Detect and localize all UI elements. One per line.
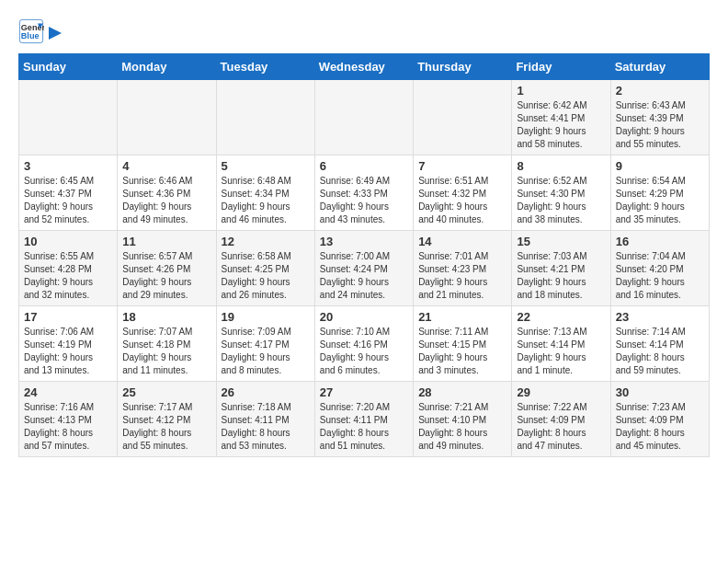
day-info: Sunrise: 7:01 AM Sunset: 4:23 PM Dayligh… — [418, 250, 506, 302]
day-number: 18 — [122, 310, 210, 324]
day-info: Sunrise: 7:22 AM Sunset: 4:09 PM Dayligh… — [517, 401, 605, 453]
day-number: 19 — [222, 310, 310, 324]
weekday-header-friday: Friday — [512, 54, 610, 80]
day-cell: 10Sunrise: 6:55 AM Sunset: 4:28 PM Dayli… — [19, 231, 118, 306]
day-cell: 20Sunrise: 7:10 AM Sunset: 4:16 PM Dayli… — [314, 306, 413, 382]
day-info: Sunrise: 6:52 AM Sunset: 4:30 PM Dayligh… — [517, 175, 605, 226]
day-cell: 12Sunrise: 6:58 AM Sunset: 4:25 PM Dayli… — [216, 231, 314, 306]
day-info: Sunrise: 6:55 AM Sunset: 4:28 PM Dayligh… — [24, 250, 112, 302]
day-cell: 11Sunrise: 6:57 AM Sunset: 4:26 PM Dayli… — [118, 231, 216, 306]
page: General Blue SundayMondayTuesdayWed — [0, 0, 728, 476]
day-number: 20 — [320, 310, 408, 324]
day-cell: 2Sunrise: 6:43 AM Sunset: 4:39 PM Daylig… — [610, 80, 709, 155]
day-info: Sunrise: 7:16 AM Sunset: 4:13 PM Dayligh… — [24, 401, 112, 453]
day-cell — [314, 80, 413, 155]
day-number: 4 — [122, 159, 210, 173]
day-number: 12 — [222, 235, 310, 248]
day-number: 26 — [222, 385, 310, 399]
day-number: 22 — [517, 310, 605, 324]
day-info: Sunrise: 7:14 AM Sunset: 4:14 PM Dayligh… — [616, 326, 704, 377]
day-cell: 4Sunrise: 6:46 AM Sunset: 4:36 PM Daylig… — [118, 155, 216, 231]
day-info: Sunrise: 7:20 AM Sunset: 4:11 PM Dayligh… — [320, 401, 408, 453]
logo-triangle-icon — [47, 25, 63, 41]
day-number: 1 — [517, 84, 605, 98]
day-info: Sunrise: 6:42 AM Sunset: 4:41 PM Dayligh… — [517, 99, 605, 151]
day-cell: 30Sunrise: 7:23 AM Sunset: 4:09 PM Dayli… — [610, 382, 709, 457]
day-number: 17 — [24, 310, 112, 324]
day-cell — [216, 80, 314, 155]
day-info: Sunrise: 7:23 AM Sunset: 4:09 PM Dayligh… — [616, 401, 704, 453]
day-number: 6 — [320, 159, 408, 173]
week-row-2: 3Sunrise: 6:45 AM Sunset: 4:37 PM Daylig… — [19, 155, 710, 231]
day-cell: 22Sunrise: 7:13 AM Sunset: 4:14 PM Dayli… — [512, 306, 610, 382]
weekday-header-saturday: Saturday — [610, 54, 709, 80]
day-number: 10 — [24, 235, 112, 248]
day-info: Sunrise: 7:18 AM Sunset: 4:11 PM Dayligh… — [222, 401, 310, 453]
day-cell: 13Sunrise: 7:00 AM Sunset: 4:24 PM Dayli… — [314, 231, 413, 306]
weekday-header-thursday: Thursday — [414, 54, 512, 80]
day-info: Sunrise: 7:13 AM Sunset: 4:14 PM Dayligh… — [517, 326, 605, 377]
day-number: 13 — [320, 235, 408, 248]
day-cell: 27Sunrise: 7:20 AM Sunset: 4:11 PM Dayli… — [314, 382, 413, 457]
day-cell: 17Sunrise: 7:06 AM Sunset: 4:19 PM Dayli… — [19, 306, 118, 382]
day-number: 16 — [616, 235, 704, 248]
day-cell: 14Sunrise: 7:01 AM Sunset: 4:23 PM Dayli… — [414, 231, 512, 306]
svg-text:Blue: Blue — [21, 31, 40, 40]
day-cell: 15Sunrise: 7:03 AM Sunset: 4:21 PM Dayli… — [512, 231, 610, 306]
day-info: Sunrise: 7:03 AM Sunset: 4:21 PM Dayligh… — [517, 250, 605, 302]
day-number: 3 — [24, 159, 112, 173]
logo-icon: General Blue — [18, 18, 44, 44]
weekday-header-sunday: Sunday — [19, 54, 118, 80]
day-number: 5 — [222, 159, 310, 173]
day-number: 15 — [517, 235, 605, 248]
week-row-1: 1Sunrise: 6:42 AM Sunset: 4:41 PM Daylig… — [19, 80, 710, 155]
day-cell: 25Sunrise: 7:17 AM Sunset: 4:12 PM Dayli… — [118, 382, 216, 457]
logo: General Blue — [18, 18, 63, 44]
day-info: Sunrise: 7:17 AM Sunset: 4:12 PM Dayligh… — [122, 401, 210, 453]
day-info: Sunrise: 6:43 AM Sunset: 4:39 PM Dayligh… — [616, 99, 704, 151]
day-info: Sunrise: 6:54 AM Sunset: 4:29 PM Dayligh… — [616, 175, 704, 226]
day-number: 7 — [418, 159, 506, 173]
day-cell: 3Sunrise: 6:45 AM Sunset: 4:37 PM Daylig… — [19, 155, 118, 231]
day-info: Sunrise: 7:00 AM Sunset: 4:24 PM Dayligh… — [320, 250, 408, 302]
day-cell — [19, 80, 118, 155]
week-row-4: 17Sunrise: 7:06 AM Sunset: 4:19 PM Dayli… — [19, 306, 710, 382]
weekday-header-tuesday: Tuesday — [216, 54, 314, 80]
day-number: 23 — [616, 310, 704, 324]
day-info: Sunrise: 7:09 AM Sunset: 4:17 PM Dayligh… — [222, 326, 310, 377]
day-number: 29 — [517, 385, 605, 399]
svg-marker-4 — [49, 27, 62, 40]
day-info: Sunrise: 6:51 AM Sunset: 4:32 PM Dayligh… — [418, 175, 506, 226]
day-cell: 24Sunrise: 7:16 AM Sunset: 4:13 PM Dayli… — [19, 382, 118, 457]
day-number: 9 — [616, 159, 704, 173]
day-cell: 9Sunrise: 6:54 AM Sunset: 4:29 PM Daylig… — [610, 155, 709, 231]
day-info: Sunrise: 6:46 AM Sunset: 4:36 PM Dayligh… — [122, 175, 210, 226]
day-number: 2 — [616, 84, 704, 98]
day-info: Sunrise: 7:04 AM Sunset: 4:20 PM Dayligh… — [616, 250, 704, 302]
week-row-3: 10Sunrise: 6:55 AM Sunset: 4:28 PM Dayli… — [19, 231, 710, 306]
day-info: Sunrise: 7:06 AM Sunset: 4:19 PM Dayligh… — [24, 326, 112, 377]
day-cell: 23Sunrise: 7:14 AM Sunset: 4:14 PM Dayli… — [610, 306, 709, 382]
week-row-5: 24Sunrise: 7:16 AM Sunset: 4:13 PM Dayli… — [19, 382, 710, 457]
day-cell: 1Sunrise: 6:42 AM Sunset: 4:41 PM Daylig… — [512, 80, 610, 155]
weekday-header-wednesday: Wednesday — [314, 54, 413, 80]
day-cell: 16Sunrise: 7:04 AM Sunset: 4:20 PM Dayli… — [610, 231, 709, 306]
day-cell: 6Sunrise: 6:49 AM Sunset: 4:33 PM Daylig… — [314, 155, 413, 231]
day-info: Sunrise: 6:58 AM Sunset: 4:25 PM Dayligh… — [222, 250, 310, 302]
weekday-header-row: SundayMondayTuesdayWednesdayThursdayFrid… — [19, 54, 710, 80]
day-cell: 26Sunrise: 7:18 AM Sunset: 4:11 PM Dayli… — [216, 382, 314, 457]
day-cell: 29Sunrise: 7:22 AM Sunset: 4:09 PM Dayli… — [512, 382, 610, 457]
day-cell: 7Sunrise: 6:51 AM Sunset: 4:32 PM Daylig… — [414, 155, 512, 231]
day-info: Sunrise: 6:48 AM Sunset: 4:34 PM Dayligh… — [222, 175, 310, 226]
day-number: 14 — [418, 235, 506, 248]
day-number: 8 — [517, 159, 605, 173]
day-cell: 21Sunrise: 7:11 AM Sunset: 4:15 PM Dayli… — [414, 306, 512, 382]
day-cell: 18Sunrise: 7:07 AM Sunset: 4:18 PM Dayli… — [118, 306, 216, 382]
day-number: 25 — [122, 385, 210, 399]
day-cell — [414, 80, 512, 155]
calendar-table: SundayMondayTuesdayWednesdayThursdayFrid… — [18, 53, 710, 457]
day-info: Sunrise: 6:57 AM Sunset: 4:26 PM Dayligh… — [122, 250, 210, 302]
day-info: Sunrise: 6:49 AM Sunset: 4:33 PM Dayligh… — [320, 175, 408, 226]
day-cell: 28Sunrise: 7:21 AM Sunset: 4:10 PM Dayli… — [414, 382, 512, 457]
day-info: Sunrise: 7:07 AM Sunset: 4:18 PM Dayligh… — [122, 326, 210, 377]
